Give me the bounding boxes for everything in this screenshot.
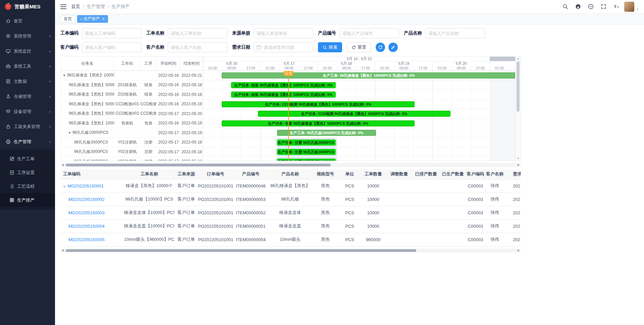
font-size-icon[interactable]: TT: [611, 2, 621, 11]
lock-icon: [6, 124, 11, 129]
sidebar-item-warehouse-management[interactable]: 仓储管理 ∨: [0, 89, 55, 104]
table-row[interactable]: MO202205150005 10mm吸头【960000】PCS 客户订单 PO…: [60, 233, 521, 246]
gantt-vertical-scroll-thumb[interactable]: [517, 61, 520, 112]
gantt-bar-work-order[interactable]: 生产工单: 96孔移液盒【黑色】10000PCS 完成比例: 0%: [222, 72, 515, 78]
topbar: 首页 / 生产管理 / 生产排产 ? TT ∨: [55, 0, 644, 13]
work-order-name-input[interactable]: [168, 28, 227, 38]
gantt-vertical-scrollbar[interactable]: ▲ ▼: [515, 57, 521, 161]
sidebar-item-production-work-order[interactable]: 生产工单: [0, 152, 55, 166]
fullscreen-icon[interactable]: [599, 2, 608, 11]
search-button[interactable]: 搜索: [318, 42, 342, 52]
scroll-up-icon[interactable]: ▲: [516, 57, 521, 61]
work-order-link[interactable]: MO202205150005: [68, 237, 105, 242]
col-adjusted-qty: 调整数量: [386, 169, 413, 179]
gantt-bar-task[interactable]: 生产任务: 组装 96孔移液盒【黑色】5000PCS 完成比例: 0%: [231, 92, 336, 98]
gantt-task-row[interactable]: ▼96孔移液盒【黑色】10000PCS 2022-05-16 2022-05-2…: [61, 71, 203, 80]
source-document-input[interactable]: [254, 28, 313, 38]
table-row[interactable]: MO202205150003 移液盒盒体【10000】PCS 客户订单 PO20…: [60, 206, 521, 219]
sidebar-item-process-flow[interactable]: 工艺流程: [0, 179, 55, 193]
avatar-chevron-down-icon[interactable]: ∨: [636, 7, 639, 12]
collapse-icon[interactable]: ▼: [68, 131, 71, 134]
gantt-task-row[interactable]: 96孔移液盒【黑色】5000PCS Z02组装机 组装 2022-05-16 2…: [61, 90, 203, 100]
gantt-bar-task[interactable]: 生产任务: 组装 96孔移液盒【黑色】5000PCS 完成比例: 0%: [231, 82, 336, 88]
work-order-link[interactable]: MO202205150002: [68, 197, 105, 202]
chevron-down-icon: ∨: [49, 110, 51, 113]
collapse-icon[interactable]: ▼: [63, 74, 66, 77]
customer-name-input[interactable]: [168, 42, 227, 52]
search-icon: [323, 45, 327, 50]
tab-production-scheduling[interactable]: ● 生产排产 ×: [77, 15, 108, 23]
tab-home[interactable]: 首页: [60, 15, 75, 23]
col-spec-model: 规格型号: [312, 169, 339, 179]
filter-customer-name: 客户名称: [146, 42, 227, 52]
gantt-bar-task-selected[interactable]: 生产任务: 注塑 96孔孔板3000PCS 完成比例: 0%: [277, 159, 336, 161]
sidebar-item-master-data[interactable]: 主数据 ∨: [0, 74, 55, 89]
sidebar-item-fixture-management[interactable]: 工装夹具管理 ∨: [0, 119, 55, 134]
sidebar-item-system-tools[interactable]: 系统工具 ∨: [0, 59, 55, 74]
gantt-task-row[interactable]: 96孔移液盒【黑色】5000PCS CCD检测#02 CCD检测 2022-05…: [61, 109, 203, 119]
scroll-left-icon[interactable]: ◀: [60, 249, 65, 253]
gantt-horizontal-scrollbar[interactable]: ◀ ▶: [60, 163, 521, 167]
reset-button[interactable]: 重置: [347, 42, 371, 52]
work-order-code-input[interactable]: [82, 28, 142, 38]
gantt-bar-task[interactable]: 生产任务: CCD检测 96孔移液盒【黑色】5000PCS 完成比例: 0%: [258, 111, 450, 117]
gantt-cell-task: ▼96孔孔板10000PCS: [61, 130, 114, 136]
topbar-actions: ? TT ∨: [560, 2, 639, 12]
breadcrumb-production-management[interactable]: 生产管理: [87, 4, 105, 10]
gantt-bar-task-selected[interactable]: 生产任务: 注塑 96孔孔板3000PCS 完成比例: 0%: [277, 140, 336, 146]
row-expand-icon[interactable]: ∨: [63, 184, 65, 188]
collapse-sidebar-icon[interactable]: [60, 4, 66, 9]
work-order-link[interactable]: MO202205150004: [68, 224, 105, 229]
work-order-link[interactable]: MO202205150001: [67, 183, 104, 188]
gantt-task-row[interactable]: 96孔移液盒【黑色】5000PCS CCD检测#01 CCD检测 2022-05…: [61, 100, 203, 109]
github-icon[interactable]: [573, 2, 583, 11]
refresh-button[interactable]: [376, 43, 385, 52]
scroll-left-icon[interactable]: ◀: [60, 163, 65, 167]
gantt-task-row[interactable]: 96孔孔板3000PCS Y02注塑机 注塑 2022-05-17 2022-0…: [61, 147, 203, 157]
gantt-bar-task-selected[interactable]: 生产任务: 注塑 96孔孔板3000PCS 完成比例: 0%: [277, 149, 336, 155]
gantt-timeline: 5月 16 - 5月 22 5月 16 5月 17 5月 18 5月 19 5月…: [203, 57, 515, 161]
demand-date-input[interactable]: [254, 42, 313, 52]
scroll-down-icon[interactable]: ▼: [516, 157, 521, 161]
breadcrumb-production-scheduling[interactable]: 生产排产: [112, 4, 130, 10]
gantt-column-start: 开始时间: [156, 57, 180, 70]
product-name-input[interactable]: [425, 28, 485, 38]
gantt-task-row[interactable]: ▼96孔孔板10000PCS 2022-05-17 2022-05-19: [61, 128, 203, 138]
gantt-task-row[interactable]: 96孔移液盒【黑色】5000PCS Z01组装机 组装 2022-05-16 2…: [61, 80, 203, 90]
sidebar-item-process-settings[interactable]: 工序设置: [0, 166, 55, 179]
table-row[interactable]: MO202205150004 移液盒盒盖【10000】PCS 客户订单 PO20…: [60, 219, 521, 233]
sidebar-item-system-management[interactable]: 系统管理 ∨: [0, 29, 55, 44]
breadcrumb-home[interactable]: 首页: [71, 4, 80, 10]
product-code-input[interactable]: [339, 28, 399, 38]
sidebar-item-equipment-management[interactable]: 设备管理 ∨: [0, 104, 55, 119]
customer-code-input[interactable]: [82, 42, 142, 52]
orders-horizontal-scrollbar[interactable]: ◀ ▶: [60, 249, 521, 253]
user-avatar[interactable]: [624, 2, 634, 12]
gantt-task-grid: 任务名 工作站 工序 开始时间 结束时间 ▼96孔移液盒【黑色】10000PCS…: [61, 57, 203, 161]
chevron-down-icon: ∨: [49, 95, 51, 98]
gantt-task-row[interactable]: 96孔移液盒【黑色】10000PCS 包装机 包装 2022-05-16 202…: [61, 119, 203, 128]
orders-horizontal-scroll-thumb[interactable]: [66, 249, 416, 252]
scroll-right-icon[interactable]: ▶: [516, 163, 521, 167]
col-order-qty: 工单数量: [361, 169, 386, 179]
tab-close-icon[interactable]: ×: [102, 17, 105, 21]
sidebar-item-home[interactable]: 首页: [0, 13, 55, 29]
sidebar-item-production-scheduling[interactable]: 生产排产: [0, 193, 55, 207]
gantt-bar-task[interactable]: 生产任务: CCD检测 96孔移液盒【黑色】5000PCS 完成比例: 0%: [222, 101, 415, 107]
gantt-task-row[interactable]: 96孔孔板3000PCS Y03注塑机 注塑 2022-05-17 2022-0…: [61, 157, 203, 161]
edit-button[interactable]: [388, 43, 398, 52]
gantt-horizontal-scroll-thumb[interactable]: [66, 164, 331, 166]
scroll-right-icon[interactable]: ▶: [516, 249, 521, 253]
gantt-bar-task[interactable]: 生产任务: 包装 96孔移液盒【黑色】10000PCS 完成比例: 0%: [222, 120, 415, 126]
sidebar-item-production-management[interactable]: 生产管理 ∧: [0, 134, 55, 149]
sidebar-item-system-monitor[interactable]: 系统监控 ∨: [0, 44, 55, 59]
gantt-bar-work-order[interactable]: 生产工单: 96孔孔板10000PCS 完成比例: 0%: [277, 130, 376, 136]
gantt-task-row[interactable]: 96孔孔板3000PCS Y01注塑机 注塑 2022-05-17 2022-0…: [61, 138, 203, 148]
col-order-number: 订单编号: [198, 169, 233, 179]
target-icon: [6, 139, 11, 144]
work-order-link[interactable]: MO202205150003: [68, 210, 105, 215]
table-row[interactable]: ∨MO202205150001 移液盒【黑色】10000个 客户订单 PO202…: [60, 179, 521, 193]
search-icon[interactable]: [560, 2, 570, 11]
help-icon[interactable]: ?: [586, 2, 595, 11]
table-row[interactable]: MO202205150002 96孔孔板【10000】PCS 客户订单 PO20…: [60, 193, 521, 206]
